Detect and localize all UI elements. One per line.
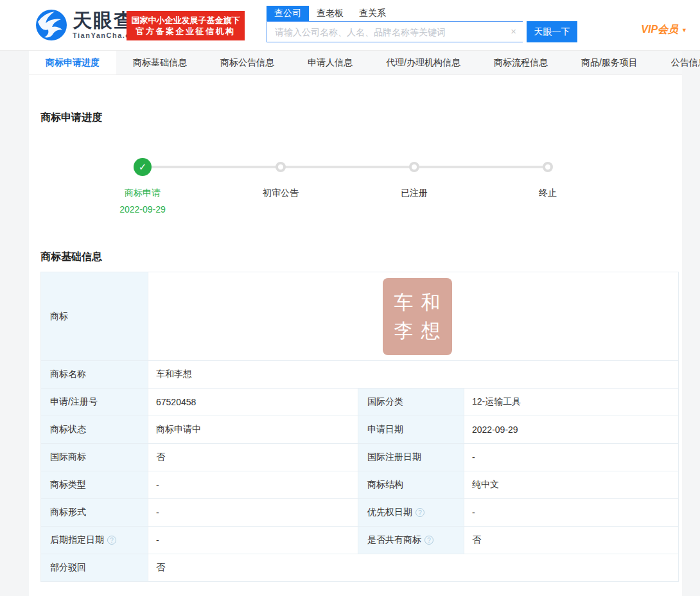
- tab-trademark-announcement[interactable]: 商标公告信息: [204, 51, 291, 74]
- trademark-basic-info-table: 商标 车和 李想 商标名称 车和李想 申请/注册号 67520458 国: [40, 272, 679, 582]
- row-label: 申请日期: [367, 424, 403, 435]
- pending-circle-icon: [409, 162, 419, 172]
- certification-badge: 国家中小企业发展子基金旗下 官方备案企业征信机构: [127, 11, 245, 40]
- row-label: 部分驳回: [50, 562, 86, 574]
- tab-trademark-flow[interactable]: 商标流程信息: [477, 51, 564, 74]
- tab-goods-services[interactable]: 商品/服务项目: [564, 51, 654, 74]
- search-tab-relation[interactable]: 查关系: [351, 6, 394, 21]
- row-label: 申请/注册号: [50, 396, 98, 408]
- table-row-trademark-image: 商标 车和 李想: [41, 272, 678, 360]
- timeline-track: [143, 166, 548, 168]
- step-date: 2022-09-29: [91, 204, 194, 215]
- row-value: -: [156, 507, 159, 518]
- row-value: 否: [156, 451, 165, 463]
- step-registered: 已注册: [363, 141, 466, 199]
- application-progress-timeline: ✓ 商标申请 2022-09-29 初审公告 已注册 终止: [40, 141, 679, 238]
- row-value: 纯中文: [472, 479, 499, 491]
- row-label: 是否共有商标: [367, 534, 421, 546]
- table-row-trademark-name: 商标名称 车和李想: [41, 360, 678, 388]
- check-circle-icon: ✓: [134, 158, 152, 176]
- row-label: 优先权日期: [367, 507, 412, 518]
- step-label: 初审公告: [229, 188, 332, 199]
- badge-line1: 国家中小企业发展子基金旗下: [127, 15, 245, 26]
- logo-eye-icon: [35, 9, 67, 41]
- badge-line2: 官方备案企业征信机构: [127, 26, 245, 37]
- step-label: 已注册: [363, 188, 466, 199]
- search-area: 查公司 查老板 查关系 × 天眼一下: [267, 6, 578, 42]
- main-card: 商标申请进度 ✓ 商标申请 2022-09-29 初审公告 已注册: [29, 75, 682, 582]
- row-value: 67520458: [156, 397, 196, 407]
- help-icon[interactable]: ?: [424, 536, 433, 545]
- tab-trademark-basic-info[interactable]: 商标基础信息: [116, 51, 204, 74]
- page-background: 商标申请进度 商标基础信息 商标公告信息 申请人信息 代理/办理机构信息 商标流…: [0, 51, 700, 596]
- progress-section-title: 商标申请进度: [40, 75, 679, 125]
- step-label: 终止: [496, 188, 599, 199]
- row-value: -: [472, 507, 475, 518]
- row-value: 12-运输工具: [472, 396, 521, 408]
- pending-circle-icon: [543, 162, 553, 172]
- tab-agency-info[interactable]: 代理/办理机构信息: [369, 51, 477, 74]
- pending-circle-icon: [276, 162, 286, 172]
- table-row: 申请/注册号 67520458 国际分类 12-运输工具: [41, 388, 678, 416]
- trademark-image: 车和 李想: [383, 278, 452, 355]
- tab-trademark-progress[interactable]: 商标申请进度: [29, 51, 116, 74]
- row-label: 后期指定日期: [50, 534, 104, 546]
- row-label: 国际注册日期: [367, 451, 421, 463]
- tab-applicant-info[interactable]: 申请人信息: [291, 51, 369, 74]
- row-value: 2022-09-29: [472, 425, 518, 435]
- row-label: 商标名称: [50, 369, 86, 380]
- row-label: 商标结构: [367, 479, 403, 491]
- tab-gazette-info[interactable]: 公告信息: [654, 51, 700, 74]
- row-value: 车和李想: [156, 369, 192, 380]
- vip-label: VIP会员: [641, 23, 678, 37]
- row-label: 国际分类: [367, 396, 403, 408]
- detail-nav-tabs: 商标申请进度 商标基础信息 商标公告信息 申请人信息 代理/办理机构信息 商标流…: [29, 51, 682, 75]
- row-label: 国际商标: [50, 451, 86, 463]
- help-icon[interactable]: ?: [107, 536, 116, 545]
- row-label: 商标状态: [50, 424, 86, 435]
- step-terminated: 终止: [496, 141, 599, 199]
- help-icon[interactable]: ?: [416, 508, 424, 517]
- row-label: 商标形式: [50, 507, 86, 518]
- chevron-down-icon: ▼: [681, 27, 687, 33]
- row-value: -: [472, 452, 475, 462]
- search-tabs: 查公司 查老板 查关系: [267, 6, 578, 21]
- step-preliminary-publication: 初审公告: [229, 141, 332, 199]
- row-label: 商标: [50, 311, 68, 322]
- row-value: 否: [472, 534, 481, 546]
- search-tab-boss[interactable]: 查老板: [309, 6, 351, 21]
- table-row: 商标状态 商标申请中 申请日期 2022-09-29: [41, 416, 678, 443]
- site-header: 天眼查 TianYanCha.com 国家中小企业发展子基金旗下 官方备案企业征…: [0, 0, 700, 51]
- row-value: -: [156, 535, 159, 545]
- table-row: 国际商标 否 国际注册日期 -: [41, 443, 678, 471]
- search-button[interactable]: 天眼一下: [527, 21, 577, 42]
- clear-icon[interactable]: ×: [511, 26, 516, 37]
- row-value: 商标申请中: [156, 424, 201, 435]
- search-input[interactable]: [267, 21, 523, 42]
- row-value: -: [156, 480, 159, 490]
- table-row: 后期指定日期 ? - 是否共有商标 ? 否: [41, 526, 678, 554]
- row-value: 否: [156, 562, 165, 574]
- basic-info-section-title: 商标基础信息: [40, 250, 679, 264]
- content-column: 商标申请进度 商标基础信息 商标公告信息 申请人信息 代理/办理机构信息 商标流…: [29, 51, 682, 596]
- table-row-partial-rejection: 部分驳回 否: [41, 554, 678, 581]
- table-row: 商标类型 - 商标结构 纯中文: [41, 471, 678, 498]
- search-tab-company[interactable]: 查公司: [267, 6, 309, 21]
- table-row: 商标形式 - 优先权日期 ? -: [41, 498, 678, 526]
- step-trademark-application: ✓ 商标申请 2022-09-29: [91, 141, 194, 215]
- step-label: 商标申请: [91, 188, 194, 199]
- vip-member-link[interactable]: VIP会员 ▼: [641, 23, 687, 37]
- row-label: 商标类型: [50, 479, 86, 491]
